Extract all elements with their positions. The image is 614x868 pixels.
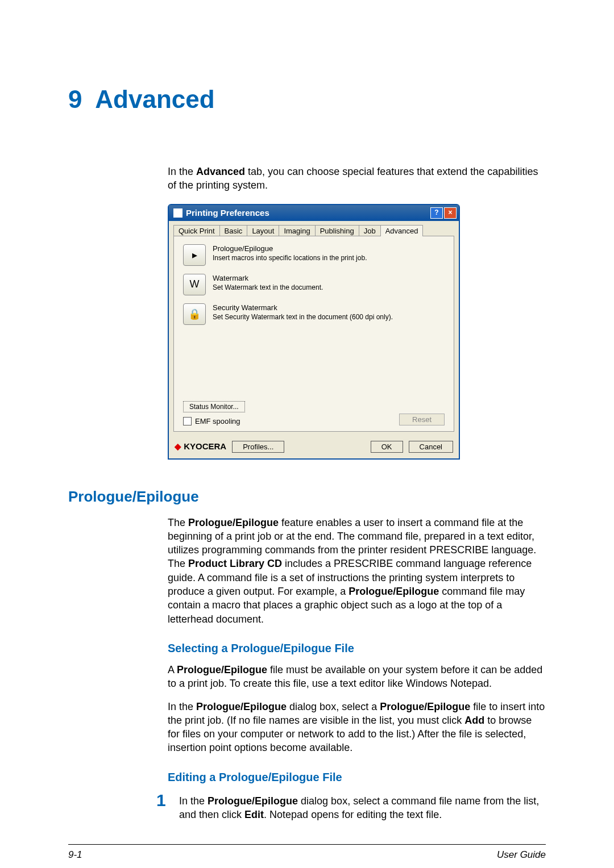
printing-preferences-dialog: Printing Preferences ? × Quick Print Bas… <box>168 204 460 460</box>
section-heading-prologue-epilogue: Prologue/Epilogue <box>68 488 546 506</box>
option-desc: Insert macros into specific locations in… <box>213 254 367 262</box>
chapter-name: Advanced <box>95 85 214 113</box>
section1-paragraph: The Prologue/Epilogue feature enables a … <box>168 516 546 626</box>
page-footer: 9-1 User Guide <box>68 844 546 861</box>
kyocera-logo: ◆ KYOCERA <box>175 441 226 452</box>
cancel-button[interactable]: Cancel <box>409 441 453 453</box>
tab-strip: Quick Print Basic Layout Imaging Publish… <box>169 222 459 236</box>
reset-button[interactable]: Reset <box>399 414 445 425</box>
prologue-icon: ▸ <box>183 244 206 266</box>
option-desc: Set Security Watermark text in the docum… <box>213 313 393 321</box>
dialog-titlebar: Printing Preferences ? × <box>169 205 459 221</box>
printer-icon <box>173 208 182 218</box>
profiles-button[interactable]: Profiles... <box>232 441 284 453</box>
footer-guide: User Guide <box>497 849 546 861</box>
tab-quick-print[interactable]: Quick Print <box>173 225 220 236</box>
section-heading-editing: Editing a Prologue/Epilogue File <box>168 771 546 784</box>
security-watermark-icon: 🔒 <box>183 303 206 325</box>
tab-advanced[interactable]: Advanced <box>380 225 424 236</box>
tab-basic[interactable]: Basic <box>219 225 248 236</box>
chapter-title: 9 Advanced <box>68 85 546 114</box>
checkbox-box[interactable] <box>183 417 192 425</box>
close-button[interactable]: × <box>444 207 457 219</box>
step-text: In the Prologue/Epilogue dialog box, sel… <box>179 792 546 822</box>
tab-panel-advanced: ▸ Prologue/Epilogue Insert macros into s… <box>173 236 454 432</box>
option-title: Security Watermark <box>213 303 393 312</box>
section2-paragraph1: A Prologue/Epilogue file must be availab… <box>168 663 546 691</box>
dialog-footer: ◆ KYOCERA Profiles... OK Cancel <box>169 436 459 458</box>
option-title: Watermark <box>213 274 323 282</box>
emf-spooling-label: EMF spooling <box>195 417 240 425</box>
step-number: 1 <box>156 792 179 822</box>
option-watermark[interactable]: W Watermark Set Watermark text in the do… <box>183 274 445 295</box>
option-prologue-epilogue[interactable]: ▸ Prologue/Epilogue Insert macros into s… <box>183 244 445 266</box>
option-title: Prologue/Epilogue <box>213 244 367 253</box>
step-1: 1 In the Prologue/Epilogue dialog box, s… <box>156 792 546 822</box>
chapter-number: 9 <box>68 85 82 113</box>
page-number: 9-1 <box>68 849 82 861</box>
tab-job[interactable]: Job <box>359 225 381 236</box>
ok-button[interactable]: OK <box>371 441 403 453</box>
help-button[interactable]: ? <box>430 207 443 219</box>
section2-paragraph2: In the Prologue/Epilogue dialog box, sel… <box>168 700 546 755</box>
option-security-watermark[interactable]: 🔒 Security Watermark Set Security Waterm… <box>183 303 445 325</box>
option-desc: Set Watermark text in the document. <box>213 283 323 291</box>
dialog-title: Printing Preferences <box>186 208 429 218</box>
status-monitor-button[interactable]: Status Monitor... <box>183 401 245 412</box>
tab-layout[interactable]: Layout <box>247 225 279 236</box>
intro-paragraph: In the Advanced tab, you can choose spec… <box>168 165 546 193</box>
tab-imaging[interactable]: Imaging <box>279 225 315 236</box>
tab-publishing[interactable]: Publishing <box>315 225 359 236</box>
watermark-icon: W <box>183 274 206 295</box>
section-heading-selecting: Selecting a Prologue/Epilogue File <box>168 642 546 655</box>
